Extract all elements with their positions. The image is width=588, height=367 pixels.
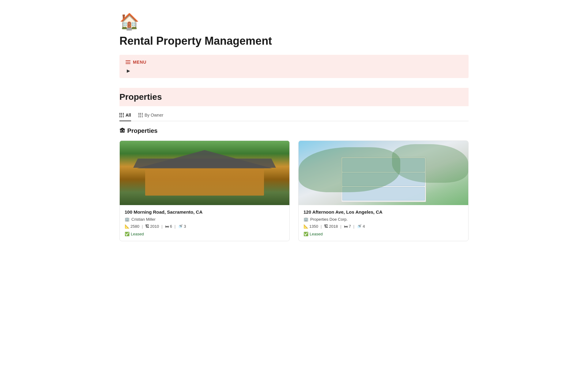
property-1-owner: 🏢 Cristian Miller [125,217,285,222]
property-2-address: 120 Afternoon Ave, Los Angeles, CA [303,209,463,215]
prop-1-sqft: 📐 2580 [125,224,139,229]
tab-by-owner-label: By Owner [145,113,163,118]
properties-section-header: Properties [119,88,469,106]
prop-1-baths: 🚿 3 [178,224,186,229]
property-2-stats: 📐 1350 | 🏗 2018 | 🛏 7 | 🚿 [303,224,463,229]
property-card-2[interactable]: 120 Afternoon Ave, Los Angeles, CA 🏢 Pro… [298,140,469,241]
bed-icon-1: 🛏 [165,224,169,229]
grid-icon-owner [138,113,143,117]
app-title: Rental Property Management [119,35,469,47]
property-1-info: 100 Morning Road, Sacramento, CA 🏢 Crist… [120,205,289,241]
prop-2-baths: 🚿 4 [357,224,365,229]
property-1-status: ✅ Leased [125,232,144,236]
owner-icon-1: 🏢 [125,217,130,222]
status-emoji-1: ✅ [125,232,130,236]
status-emoji-2: ✅ [303,232,308,236]
property-1-stats: 📐 2580 | 🏗 2010 | 🛏 6 | 🚿 [125,224,285,229]
property-2-info: 120 Afternoon Ave, Los Angeles, CA 🏢 Pro… [299,205,468,241]
year-icon-2: 🏗 [324,224,328,229]
menu-label-text: MENU [133,60,146,65]
menu-button[interactable]: MENU [126,60,462,65]
status-label-2: Leased [310,232,323,236]
properties-group-title: 🏚 Properties [119,127,469,134]
sqft-icon-2: 📐 [303,224,308,229]
prop-2-year: 🏗 2018 [324,224,338,229]
owner-icon-2: 🏢 [303,217,308,222]
prop-2-beds: 🛏 7 [344,224,351,229]
bath-icon-1: 🚿 [178,224,183,229]
property-1-address: 100 Morning Road, Sacramento, CA [125,209,285,215]
property-2-status: ✅ Leased [303,232,323,236]
tabs-bar: All By Owner [119,112,469,121]
status-label-1: Leased [131,232,144,236]
bath-icon-2: 🚿 [357,224,362,229]
owner-name-2: Properties Doe Corp. [310,217,348,222]
hamburger-icon [126,60,130,64]
owner-name-1: Cristian Miller [131,217,156,222]
tab-by-owner[interactable]: By Owner [138,113,163,121]
sqft-icon-1: 📐 [125,224,130,229]
property-grid: 100 Morning Road, Sacramento, CA 🏢 Crist… [119,140,469,241]
year-icon-1: 🏗 [145,224,149,229]
tab-all[interactable]: All [119,113,131,121]
bed-icon-2: 🛏 [344,224,348,229]
properties-section-title: Properties [119,92,469,102]
prop-1-year: 🏗 2010 [145,224,159,229]
property-card-1[interactable]: 100 Morning Road, Sacramento, CA 🏢 Crist… [119,140,290,241]
tab-all-label: All [126,113,131,118]
menu-bar: MENU ▶ [119,55,469,78]
grid-icon-all [119,113,124,117]
prop-2-sqft: 📐 1350 [303,224,318,229]
menu-arrow[interactable]: ▶ [126,68,462,73]
prop-1-beds: 🛏 6 [165,224,172,229]
app-icon: 🏠 [119,12,469,31]
property-2-owner: 🏢 Properties Doe Corp. [303,217,463,222]
